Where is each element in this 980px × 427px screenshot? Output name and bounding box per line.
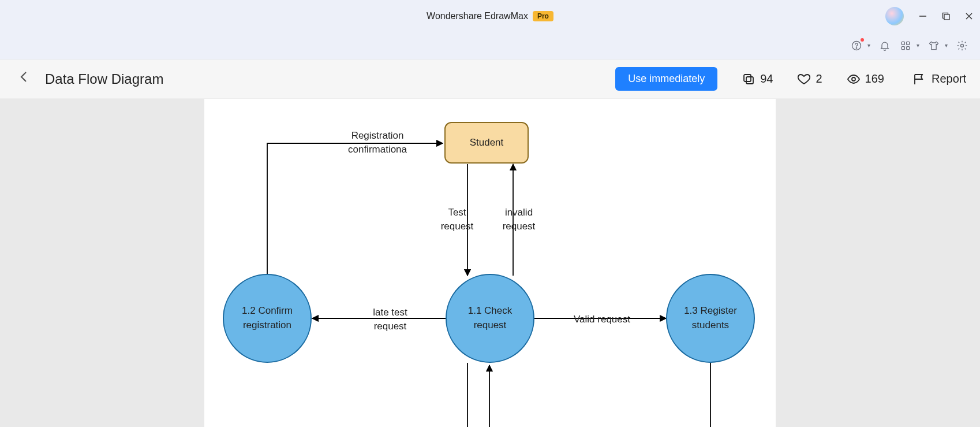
process-1-3-line1: 1.3 Register — [684, 305, 737, 316]
label-late-test-request: late test request — [356, 306, 425, 333]
canvas-wrap: Student 1.2 Confirm registration 1.1 Che… — [0, 99, 980, 427]
diagram-canvas[interactable]: Student 1.2 Confirm registration 1.1 Che… — [204, 99, 776, 427]
heart-icon — [797, 72, 811, 86]
chevron-down-icon[interactable]: ▾ — [917, 42, 919, 49]
flag-icon — [912, 72, 926, 86]
tshirt-icon[interactable] — [927, 39, 940, 52]
avatar[interactable] — [885, 7, 904, 25]
chevron-down-icon[interactable]: ▾ — [867, 42, 870, 49]
svg-rect-10 — [907, 46, 910, 49]
process-1-2-line2: registration — [243, 320, 291, 331]
process-1-3-line2: students — [692, 320, 729, 331]
chevron-down-icon[interactable]: ▾ — [945, 42, 948, 49]
app-title: Wondershare EdrawMax — [427, 11, 528, 21]
maximize-button[interactable] — [942, 12, 950, 20]
svg-rect-13 — [744, 75, 751, 81]
pro-badge: Pro — [533, 11, 553, 21]
help-icon[interactable] — [850, 39, 863, 52]
label-registration-confirmation: Registration confirmationa — [320, 129, 435, 157]
views-count: 169 — [865, 72, 884, 86]
stat-views: 169 — [847, 72, 884, 86]
svg-rect-9 — [902, 46, 904, 49]
stat-copies[interactable]: 94 — [742, 72, 773, 86]
svg-point-6 — [856, 47, 856, 48]
svg-point-14 — [852, 77, 855, 81]
label-test-request: Test request — [434, 206, 480, 233]
report-label: Report — [932, 72, 966, 86]
entity-student[interactable]: Student — [444, 122, 529, 164]
entity-student-label: Student — [470, 137, 504, 148]
svg-rect-8 — [907, 42, 910, 44]
toolbar-secondary: ▾ ▾ ▾ — [0, 32, 980, 60]
stat-likes[interactable]: 2 — [797, 72, 822, 86]
bell-icon[interactable] — [878, 39, 891, 52]
likes-count: 2 — [816, 72, 822, 86]
use-immediately-button[interactable]: Use immediately — [615, 67, 717, 91]
process-1-3-register-students[interactable]: 1.3 Register students — [666, 274, 755, 363]
process-1-2-line1: 1.2 Confirm — [242, 305, 293, 316]
process-1-2-confirm-registration[interactable]: 1.2 Confirm registration — [223, 274, 312, 363]
apps-icon[interactable] — [899, 39, 912, 52]
svg-rect-7 — [902, 42, 904, 44]
svg-point-11 — [961, 44, 964, 47]
gear-icon[interactable] — [956, 39, 968, 52]
report-button[interactable]: Report — [912, 72, 966, 86]
svg-rect-2 — [944, 14, 949, 20]
page-header: Data Flow Diagram Use immediately 94 2 1… — [0, 60, 980, 99]
eye-icon — [847, 72, 861, 86]
process-1-1-check-request[interactable]: 1.1 Check request — [446, 274, 534, 363]
label-invalid-request: invalid request — [496, 206, 542, 233]
process-1-1-line2: request — [474, 320, 507, 331]
close-button[interactable] — [965, 12, 973, 20]
minimize-button[interactable] — [919, 12, 927, 20]
process-1-1-line1: 1.1 Check — [468, 305, 513, 316]
title-bar: Wondershare EdrawMax Pro — [0, 0, 980, 32]
label-valid-request: Valid request — [559, 313, 645, 326]
svg-rect-12 — [746, 77, 753, 84]
copies-count: 94 — [760, 72, 773, 86]
copy-icon — [742, 72, 755, 86]
back-button[interactable] — [14, 68, 35, 90]
page-title: Data Flow Diagram — [45, 71, 163, 87]
